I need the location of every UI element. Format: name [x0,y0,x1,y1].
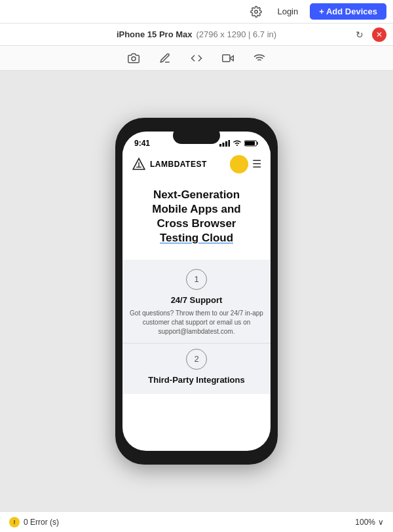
feature1-number: 1 [186,269,207,290]
hero-title: Next-Generation Mobile Apps and Cross Br… [132,188,261,245]
svg-marker-2 [230,56,233,61]
feature1-desc: Got questions? Throw them to our 24/7 in… [122,309,271,336]
toolbar [0,46,393,71]
phone-content: Next-Generation Mobile Apps and Cross Br… [122,177,271,260]
svg-rect-10 [245,141,255,145]
device-bar-actions: ↻ ✕ [352,27,386,42]
svg-rect-7 [225,141,227,147]
status-time: 9:41 [134,139,150,148]
hero-line3: Cross Browser [157,217,236,230]
gear-button[interactable] [247,3,265,21]
zoom-level: 100% [355,518,375,527]
top-bar: Login + Add Devices [0,0,393,24]
app-nav: LAMBDATEST ☰ [122,151,271,177]
device-name: iPhone 15 Pro Max [117,29,193,39]
hero-line2: Mobile Apps and [152,203,240,215]
main-area: 9:41 [0,71,393,511]
error-count: 0 Error (s) [24,518,59,527]
bottom-bar: ! 0 Error (s) 100% ∨ [0,511,393,532]
svg-point-0 [255,10,258,13]
svg-rect-3 [223,54,230,62]
hero-line4: Testing Cloud [160,232,233,244]
avatar [230,155,248,173]
phone-frame: 9:41 [115,118,278,465]
feature2-number: 2 [186,349,207,370]
feature1-title: 24/7 Support [122,295,271,305]
menu-icon[interactable]: ☰ [252,158,261,170]
login-button[interactable]: Login [272,4,303,19]
chevron-down-icon: ∨ [378,518,384,527]
dynamic-island [173,127,220,144]
hero-line1: Next-Generation [153,188,240,201]
video-icon[interactable] [219,49,237,67]
signal-icons [219,140,259,147]
feature-divider [122,343,271,344]
app-logo: LAMBDATEST [132,157,207,171]
logo-text: LAMBDATEST [150,160,207,169]
signal-bars-icon [219,140,230,147]
camera-icon[interactable] [124,49,143,67]
zoom-selector[interactable]: 100% ∨ [355,518,384,527]
svg-point-1 [132,56,136,60]
svg-rect-6 [223,143,225,147]
phone-screen: 9:41 [122,132,271,451]
feature2-title: Third-Party Integrations [122,375,271,387]
wifi-icon[interactable] [250,49,269,67]
app-nav-right: ☰ [230,155,261,173]
close-button[interactable]: ✕ [372,27,386,42]
svg-rect-5 [219,144,221,147]
error-section: ! 0 Error (s) [9,517,59,527]
svg-rect-8 [229,140,231,147]
refresh-button[interactable]: ↻ [352,27,367,42]
device-detail: (2796 x 1290 | 6.7 in) [196,29,276,39]
battery-icon [244,140,259,147]
code-icon[interactable] [187,49,206,67]
error-icon: ! [9,517,20,527]
device-label-bar: iPhone 15 Pro Max (2796 x 1290 | 6.7 in)… [0,24,393,46]
wifi-status-icon [233,140,242,147]
lambdatest-logo-icon [132,157,146,171]
pen-icon[interactable] [156,49,174,67]
add-devices-button[interactable]: + Add Devices [310,3,386,20]
feature-section: 1 24/7 Support Got questions? Throw them… [122,260,271,394]
